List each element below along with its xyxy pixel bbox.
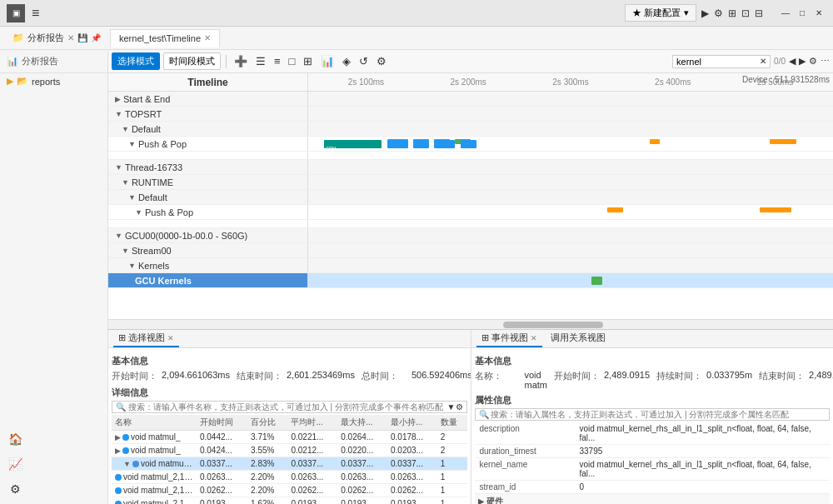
sidebar-btn-settings[interactable]: ⚙ [3,477,27,501]
new-config-button[interactable]: ★ 新建配置 ▾ [625,4,696,22]
tab-event-view[interactable]: ⊞ 事件视图 ✕ [476,330,542,347]
tl-row-runtime[interactable]: ▼ RUNTIME [108,175,833,190]
sidebar-btn-chart[interactable]: 📈 [3,452,27,476]
table-row[interactable]: void matmul_2,191.2... 0.0262...2.20%0.0… [112,484,467,497]
tab-close-selection[interactable]: ✕ [167,334,174,342]
search-input[interactable] [676,57,760,67]
tab-call-view[interactable]: 调用关系视图 [546,330,611,347]
scrollbar-thumb[interactable] [503,322,603,328]
minimize-button[interactable]: — [778,6,793,21]
flow-icon[interactable]: ◈ [340,53,353,69]
tl-row-push-pop[interactable]: ▼ Push & Pop cpy [108,137,833,152]
maximize-button[interactable]: □ [795,6,810,21]
tl-row-default[interactable]: ▼ Default [108,122,833,137]
save-icon: 💾 [77,33,87,42]
detail-title: 详细信息 [112,387,467,399]
tab-icon: ⊞ [118,332,126,343]
tl-row-thread16733[interactable]: ▼ Thread-16733 [108,160,833,175]
window-icon1[interactable]: ⊞ [728,7,736,19]
attr-title: 属性信息 [475,394,831,407]
tab-selection-label: 选择视图 [128,332,165,344]
tl-label-kernels: ▼ Kernels [108,258,308,272]
panel-event-header: ⊞ 事件视图 ✕ 调用关系视图 [471,330,834,348]
list2-icon[interactable]: ≡ [272,53,283,69]
grid-icon[interactable]: ⊞ [301,53,315,69]
sidebar-item-reports[interactable]: ▶ 📂 reports [0,73,107,89]
time-header: Device : 511.931528ms 2s 100ms 2s 200ms … [308,73,833,91]
tl-row-topsrt[interactable]: ▼ TOPSRT [108,107,833,122]
mode-time-button[interactable]: 时间段模式 [163,52,221,70]
menu-button[interactable]: ≡ [32,6,39,21]
tl-row-push-pop2[interactable]: ▼ Push & Pop [108,205,833,220]
clear-icon[interactable]: ✕ [760,57,766,66]
tl-bar [770,139,796,144]
attr-search-input[interactable] [479,410,826,419]
tab-analysis[interactable]: 📁 分析报告 ✕ 💾 📌 [3,27,110,48]
tab-timeline-close[interactable]: ✕ [204,33,211,42]
play-icon[interactable]: ▶ [701,7,709,19]
event-name-label: 名称： [475,370,525,390]
timeline-scrollbar[interactable] [108,319,833,329]
refresh-icon[interactable]: ↺ [357,53,371,69]
table-row[interactable]: void matmul_2,163.1... 0.0263...2.20%0.0… [112,471,467,484]
settings-icon[interactable]: ⚙ [714,7,723,19]
window-icon2[interactable]: ⊡ [741,7,750,19]
tab-selection-view[interactable]: ⊞ 选择视图 ✕ [113,330,179,347]
time-mark-1: 2s 100ms [315,77,417,87]
mode-select-button[interactable]: 选择模式 [112,52,160,70]
window-buttons: — □ ✕ [778,6,826,21]
tab-analysis-close[interactable]: ✕ [67,33,74,42]
add-icon[interactable]: ➕ [232,53,250,69]
tab-timeline[interactable]: kernel_test\Timeline ✕ [110,29,220,47]
tl-row-default2[interactable]: ▼ Default [108,190,833,205]
tl-data-stream00 [308,243,833,257]
close-button[interactable]: ✕ [811,6,826,21]
detail-search-input[interactable] [116,402,447,412]
table-row[interactable]: ▶void matmul_ 0.0442...3.71%0.0221...0.0… [112,431,467,444]
box-icon[interactable]: □ [287,53,298,69]
search-next-icon[interactable]: ▶ [799,56,806,67]
search-prev-icon[interactable]: ◀ [789,56,796,67]
label-text: TOPSRT [125,109,162,119]
sidebar-btn-home[interactable]: 🏠 [3,427,27,451]
col-count: 数量 [437,415,467,431]
chart-icon[interactable]: 📊 [318,53,337,69]
list-icon[interactable]: ☰ [253,53,268,69]
panel-event-content: 基本信息 名称： void matm 开始时间： 2,489.0915 持续时间… [471,348,834,504]
label-text: Stream00 [132,246,172,256]
tl-bar [607,207,623,212]
event-dur-label: 持续时间： [656,370,706,390]
timeline-title: Timeline [108,73,308,91]
tl-row-gcu-kernels[interactable]: GCU Kernels [108,273,833,288]
search-filter-icon[interactable]: ⚙ [456,402,463,412]
prop-value: void matmul_kernel_rhs_all_in_l1_split_n… [575,458,831,481]
timeline-header: Timeline Device : 511.931528ms 2s 100ms … [108,73,833,92]
tl-bar [591,277,602,285]
attr-search-bar [475,408,831,421]
tl-row-gcu[interactable]: ▼ GCU00(0000-1b-00.0 - S60G) [108,228,833,243]
content-area: 选择模式 时间段模式 ➕ ☰ ≡ □ ⊞ 📊 ◈ ↺ ⚙ ✕ 0/0 ◀ ▶ ⚙… [108,50,833,504]
col-max: 最大持... [337,415,387,431]
window-icon3[interactable]: ⊟ [755,7,763,19]
col-min: 最小持... [387,415,437,431]
tl-row-stream00[interactable]: ▼ Stream00 [108,243,833,258]
total-time-label: 总时间： [362,370,412,382]
end-time-value: 2,601.253469ms [287,370,355,382]
tab-timeline-label: kernel_test\Timeline [119,33,201,43]
prop-section-hardware[interactable]: ▶硬件 [475,494,831,505]
filter-icon[interactable]: ⚙ [809,56,817,67]
tab-close-event[interactable]: ✕ [531,334,537,342]
prop-value: 33795 [575,445,831,458]
more-icon[interactable]: ⋯ [821,56,830,67]
label-text: Thread-16733 [125,162,182,172]
tl-row-start-end[interactable]: ▶ Start & End [108,92,833,107]
search-down-icon[interactable]: ▼ [447,402,456,412]
table-row[interactable]: void matmul_2,136.6... 0.0193...1.62%0.0… [112,497,467,505]
config-icon[interactable]: ⚙ [374,53,389,69]
pin-icon: 📌 [91,33,101,42]
tl-row-kernels[interactable]: ▼ Kernels [108,258,833,273]
table-row[interactable]: ▼void matmul_2,489.0... 0.0337...2.83%0.… [112,457,467,471]
table-row[interactable]: ▶void matmul_ 0.0424...3.55%0.0212...0.0… [112,444,467,457]
toolbar-sep1 [226,55,227,68]
tl-label-thread16733: ▼ Thread-16733 [108,160,308,174]
